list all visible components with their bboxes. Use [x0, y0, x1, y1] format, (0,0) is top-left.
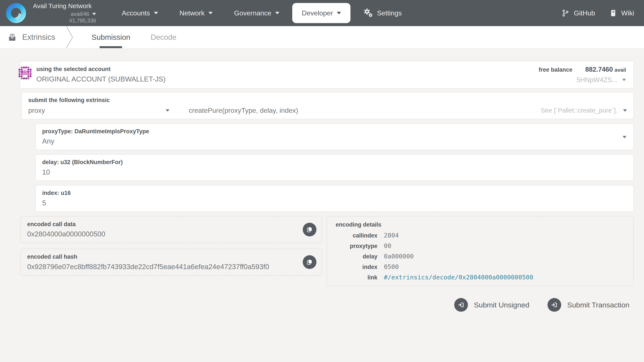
git-branch-icon	[562, 9, 570, 17]
nav-label: Developer	[302, 9, 333, 17]
chevron-down-icon[interactable]	[622, 136, 626, 138]
balance-unit: avail	[615, 67, 626, 73]
header-external-links: GitHub Wiki	[562, 9, 644, 17]
page-content: using the selected account ORIGINAL ACCO…	[0, 48, 644, 362]
selected-account-card[interactable]: using the selected account ORIGINAL ACCO…	[20, 61, 634, 88]
detail-value-callindex: 2804	[384, 232, 625, 239]
nav-item-settings[interactable]: Settings	[352, 0, 412, 26]
top-navbar: Avail Turing Network avail/46 #1,795,336…	[0, 0, 644, 26]
nav-item-accounts[interactable]: Accounts	[111, 0, 169, 26]
encoding-details-title: encoding details	[336, 221, 625, 228]
param-index[interactable]: index: u16 5	[35, 185, 634, 212]
param-label: delay: u32 (BlockNumberFor)	[42, 159, 627, 166]
encoded-call-data-value: 0x2804000a0000000500	[27, 230, 315, 238]
detail-label-delay: delay	[336, 253, 378, 260]
copy-call-data-button[interactable]	[303, 223, 316, 236]
extrinsic-label: submit the following extrinsic	[28, 97, 627, 104]
nav-item-network[interactable]: Network	[169, 0, 223, 26]
encoded-call-hash-value: 0x928796e07ec8bff882fb743933de22cd7f5eae…	[27, 262, 315, 271]
chevron-separator-icon	[64, 26, 75, 48]
account-name: ORIGINAL ACCOUNT (SUBWALLET-JS)	[36, 75, 166, 84]
submit-transaction-button[interactable]: Submit Transaction	[548, 298, 630, 312]
nav-item-developer[interactable]: Developer	[292, 3, 350, 23]
extrinsic-params: proxyType: DaRuntimeImplsProxyType Any d…	[35, 124, 634, 212]
tab-submission[interactable]: Submission	[92, 26, 130, 48]
account-address-dropdown[interactable]: 5HNpW4ZS...	[539, 76, 626, 84]
encoding-details-box: encoding details callindex 2804 proxytyp…	[327, 216, 634, 286]
method-select[interactable]: createPure(proxyType, delay, index) See …	[189, 106, 627, 114]
method-value: createPure(proxyType, delay, index)	[189, 106, 298, 114]
account-info: using the selected account ORIGINAL ACCO…	[36, 66, 166, 84]
settings-label: Settings	[377, 9, 402, 17]
encoded-call-hash-label: encoded call hash	[27, 253, 315, 260]
nav-label: Network	[180, 9, 204, 17]
encoded-call-data-box: encoded call data 0x2804000a0000000500	[20, 216, 322, 243]
mail-envelope-icon	[8, 33, 16, 41]
detail-value-proxytype: 00	[384, 242, 625, 250]
method-doc: See [`Pallet::create_pure`].	[541, 107, 618, 114]
param-label: proxyType: DaRuntimeImplsProxyType	[42, 128, 627, 135]
main-nav: Accounts Network Governance Developer	[111, 0, 412, 26]
book-icon	[609, 9, 617, 17]
account-label: using the selected account	[36, 66, 166, 73]
param-value[interactable]: 5	[42, 199, 627, 207]
avail-logo-icon[interactable]	[6, 2, 26, 24]
chevron-down-icon	[337, 12, 341, 14]
sign-in-icon	[548, 298, 561, 312]
param-label: index: u16	[42, 190, 627, 197]
network-name: Avail Turing Network	[33, 2, 96, 10]
github-link[interactable]: GitHub	[562, 9, 595, 17]
chain-spec: avail/46	[71, 11, 89, 17]
decode-link[interactable]: #/extrinsics/decode/0x2804000a0000000500	[384, 274, 625, 281]
extrinsic-selection-card: submit the following extrinsic proxy cre…	[22, 92, 634, 119]
chevron-down-icon[interactable]	[92, 13, 96, 15]
detail-label-proxytype: proxytype	[336, 243, 378, 250]
app-window: Avail Turing Network avail/46 #1,795,336…	[0, 0, 644, 362]
gear-icon	[363, 8, 373, 18]
encoded-call-data-label: encoded call data	[27, 221, 315, 228]
detail-value-index: 0500	[384, 263, 625, 270]
param-delay[interactable]: delay: u32 (BlockNumberFor) 10	[35, 154, 634, 181]
block-number: #1,795,336	[69, 18, 96, 24]
chevron-down-icon	[154, 12, 158, 14]
network-info[interactable]: Avail Turing Network avail/46 #1,795,336	[33, 2, 96, 24]
chevron-down-icon	[622, 79, 626, 81]
param-value[interactable]: Any	[42, 137, 627, 146]
section-extrinsics: Extrinsics	[0, 26, 64, 48]
account-identicon[interactable]	[18, 66, 32, 80]
tabs: Submission Decode	[92, 26, 176, 48]
submit-actions: Submit Unsigned Submit Transaction	[20, 298, 634, 312]
chevron-down-icon	[275, 12, 280, 14]
account-balance-block: free balance 882.7460avail 5HNpW4ZS...	[539, 66, 627, 84]
detail-value-delay: 0a000000	[384, 253, 625, 260]
param-proxytype[interactable]: proxyType: DaRuntimeImplsProxyType Any	[35, 124, 634, 150]
submit-unsigned-label: Submit Unsigned	[474, 301, 529, 309]
account-address-short: 5HNpW4ZS...	[576, 76, 618, 84]
detail-label-index: index	[336, 264, 378, 270]
github-label: GitHub	[574, 9, 595, 17]
sign-in-icon	[454, 298, 468, 312]
free-balance-value: 882.7460avail	[585, 66, 626, 74]
copy-icon	[306, 259, 313, 266]
pallet-select[interactable]: proxy	[28, 106, 170, 114]
encoded-call-hash-box: encoded call hash 0x928796e07ec8bff882fb…	[20, 248, 322, 276]
submit-transaction-label: Submit Transaction	[567, 301, 630, 309]
tab-bar: Extrinsics Submission Decode	[0, 26, 644, 48]
wiki-label: Wiki	[621, 9, 634, 17]
chevron-down-icon	[208, 12, 213, 14]
submit-unsigned-button[interactable]: Submit Unsigned	[454, 298, 529, 312]
chevron-down-icon	[623, 109, 627, 112]
free-balance-label: free balance	[539, 66, 572, 74]
detail-label-link: link	[336, 274, 378, 281]
pallet-value: proxy	[28, 106, 45, 114]
chevron-down-icon	[166, 109, 170, 112]
param-value[interactable]: 10	[42, 168, 627, 176]
section-title: Extrinsics	[22, 33, 55, 42]
wiki-link[interactable]: Wiki	[609, 9, 634, 17]
nav-item-governance[interactable]: Governance	[223, 0, 290, 26]
nav-label: Accounts	[122, 9, 150, 17]
copy-call-hash-button[interactable]	[303, 255, 316, 269]
encoded-section: encoded call data 0x2804000a0000000500 e…	[20, 216, 634, 286]
detail-label-callindex: callindex	[336, 232, 378, 239]
tab-decode[interactable]: Decode	[150, 26, 176, 48]
